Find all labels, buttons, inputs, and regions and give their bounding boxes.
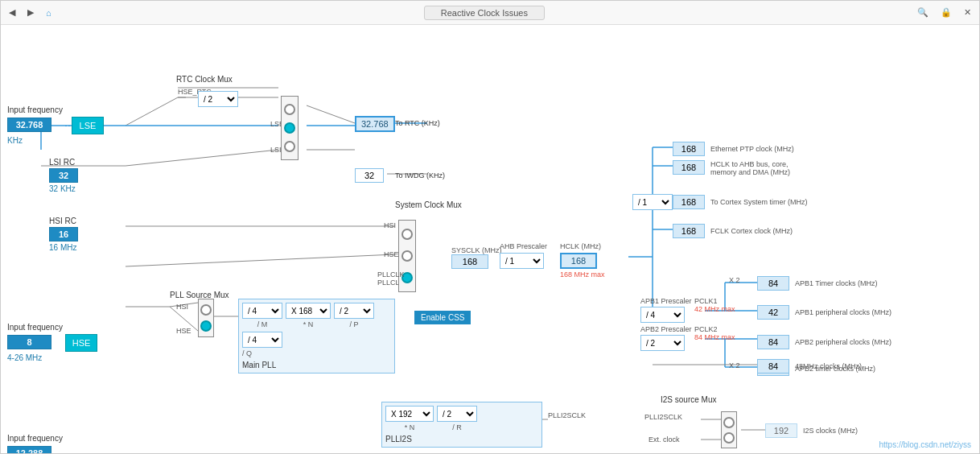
hse-block: HSE [65,334,97,352]
plli2s-box: X 192 / 2 * N / R PLLI2S [381,402,542,448]
pll-div-q-select[interactable]: / 4 [242,332,282,348]
lse-unit-label: KHz [7,136,23,145]
hsi-rc-label: HSI RC [49,217,76,225]
apb2-peripheral-label: APB2 peripheral clocks (MHz) [795,338,891,346]
nav-back-icon[interactable]: ◀ [9,7,15,18]
cortex-timer-div-select[interactable]: / 1 [632,194,673,210]
home-icon[interactable]: ⌂ [46,8,51,18]
input3-value[interactable]: 12.288 [7,446,51,454]
plli2s-n-label: * N [385,423,434,431]
svg-line-16 [126,254,395,266]
plli2sclk-mux-in-label: PLLI2SCLK [644,413,682,421]
hse-unit-label: 4-26 MHz [7,353,42,362]
pclk1-max-label: 42 MHz max [694,305,735,313]
clk48-label: 48MHz clocks (MHz) [795,362,862,370]
pll-div-p-select[interactable]: / 2 [334,303,374,319]
i2s-mux-ext[interactable] [723,432,735,444]
fclk-value: 168 [673,224,705,238]
lsi-rtc-mux-label: LSI [270,146,282,154]
i2s-mux [721,411,737,448]
clk48-value: 84 [757,359,789,374]
rtc-mux-option1[interactable] [284,104,295,115]
apb1-prescaler-select[interactable]: / 4 [640,307,685,323]
pll-mux-hsi-label: HSI [176,303,188,311]
pll-n-label: * N [286,320,331,328]
ahb-prescaler-select[interactable]: / 1 [500,253,544,269]
cortex-timer-label: To Cortex System timer (MHz) [710,198,808,206]
hsi-unit-label: 16 MHz [49,243,76,252]
input-freq3-label: Input frequency [7,434,63,443]
plli2s-label: PLLI2S [385,435,538,444]
pll-source-mux [198,299,214,337]
ahb-label: HCLK to AHB bus, core, memory and DMA (M… [710,160,815,176]
apb2-prescaler-select[interactable]: / 2 [640,335,685,351]
svg-line-10 [307,105,355,123]
close-icon[interactable]: ✕ [964,7,971,18]
svg-line-9 [126,150,278,166]
rtc-output-label: To RTC (KHz) [395,119,440,127]
lsi-block: 32 [49,168,78,183]
lse-input-label: Input frequency [7,105,63,114]
pll-q-label: / Q [242,349,252,357]
hclk-max-label: 168 MHz max [560,270,605,279]
pll-m-label: / M [242,320,282,328]
pll-src-hse[interactable] [200,320,212,332]
sysclk-value: 168 [451,254,488,269]
pllclk-label-sys: PLLCLK [377,270,405,279]
eth-ptp-label: Ethernet PTP clock (MHz) [710,145,794,153]
main-pll-label: Main PLL [242,361,391,369]
rtc-mux-option2[interactable] [284,122,295,134]
top-bar: ◀ ▶ ⌂ Reactive Clock Issues 🔍 🔒 ✕ [1,1,979,25]
main-container: ◀ ▶ ⌂ Reactive Clock Issues 🔍 🔒 ✕ [0,0,980,454]
lock-icon: 🔒 [941,7,952,18]
enable-css-button[interactable]: Enable CSS [414,311,471,324]
pclk1-label: PCLK1 [694,297,718,305]
page-title: Reactive Clock Issues [424,6,545,20]
apb2-timer-x2: X 2 [729,361,740,369]
fclk-label: FCLK Cortex clock (MHz) [710,227,793,235]
pll-src-hsi[interactable] [200,304,212,316]
system-clock-mux-label: System Clock Mux [395,200,462,209]
diagram-area: Input frequency 32.768 KHz LSE LSI RC 32… [1,25,979,453]
cortex-timer-value: 168 [673,195,705,209]
eth-ptp-value: 168 [673,142,705,156]
i2s-clk-value: 192 [765,423,797,438]
hse-input-value[interactable]: 8 [7,335,51,349]
plli2s-r-label: / R [437,423,477,431]
plli2sclk-label: PLLI2SCLK [548,411,586,419]
search-icon[interactable]: 🔍 [917,7,929,18]
iwdg-output-value: 32 [355,168,384,183]
apb1-timer-value: 84 [757,276,789,291]
apb1-peripheral-value: 42 [757,305,789,320]
plli2s-mul-n-select[interactable]: X 192 [385,406,434,422]
apb2-prescaler-label: APB2 Prescaler [640,325,692,333]
watermark: https://blog.csdn.net/ziyss [879,440,971,449]
plli2s-div-r-select[interactable]: / 2 [437,406,477,422]
lse-input-value[interactable]: 32.768 [7,118,51,132]
pll-mux-hse-label: HSE [176,327,191,335]
hse-sysmux-label: HSE [384,250,399,258]
rtc-mux-option3[interactable] [284,141,295,152]
iwdg-output-label: To IWDG (KHz) [395,171,445,180]
apb1-timer-label: APB1 Timer clocks (MHz) [795,279,878,287]
lsi-unit-label: 32 KHz [49,184,76,193]
lse-block: LSE [65,117,104,134]
i2s-mux-plli2s[interactable] [723,417,735,428]
main-pll-box: / 4 X 168 / 2 / M * N / P [238,299,395,374]
rtc-mux [281,96,299,160]
i2s-source-mux-label: I2S source Mux [661,395,716,404]
rtc-output-value: 32.768 [355,116,395,132]
sys-mux-option1[interactable] [401,229,413,240]
connection-lines [1,25,979,453]
hse-rtc-div-select[interactable]: / 2 [198,91,238,107]
rtc-clock-mux-label: RTC Clock Mux [176,75,233,84]
hclk-value: 168 [560,253,597,269]
sysclk-label: SYSCLK (MHz) [451,246,502,254]
pll-p-label: / P [334,320,374,328]
pclk2-max-label: 84 MHz max [694,333,735,341]
pll-mul-n-select[interactable]: X 168 [286,303,331,319]
system-mux [398,220,416,292]
nav-forward-icon[interactable]: ▶ [27,7,34,18]
sys-mux-option2[interactable] [401,250,413,262]
pll-div-m-select[interactable]: / 4 [242,303,282,319]
